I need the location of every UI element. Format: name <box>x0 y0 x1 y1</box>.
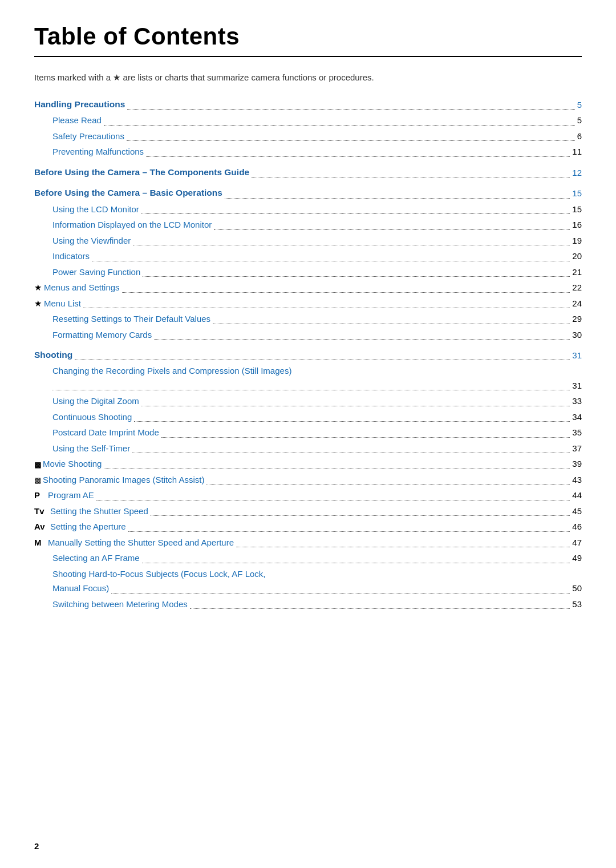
toc-entry-shutter-speed[interactable]: Tv Setting the Shutter Speed 45 <box>34 504 582 519</box>
toc-label: Using the Viewfinder <box>52 233 131 248</box>
toc-page: 47 <box>572 535 582 550</box>
toc-label: Power Saving Function <box>52 265 140 280</box>
toc-page: 20 <box>572 249 582 264</box>
toc-page: 21 <box>572 265 582 280</box>
toc-dots <box>141 213 570 214</box>
toc-entry-manual-shutter[interactable]: M Manually Setting the Shutter Speed and… <box>34 535 582 550</box>
toc-entry-recording-pixels[interactable]: Changing the Recording Pixels and Compre… <box>34 364 582 393</box>
toc-page: 43 <box>572 473 582 487</box>
toc-page: 45 <box>572 504 582 519</box>
toc-page: 50 <box>572 581 582 596</box>
toc-entry-program-ae[interactable]: P Program AE 44 <box>34 488 582 503</box>
toc-dots <box>141 406 570 406</box>
toc-entry-aperture[interactable]: Av Setting the Aperture 46 <box>34 519 582 534</box>
toc-dots <box>252 177 570 177</box>
title-section: Table of Contents <box>34 23 582 57</box>
toc-dots <box>92 261 570 261</box>
toc-page: 39 <box>572 457 582 471</box>
toc-page: 19 <box>572 233 582 248</box>
toc-label-cont: Manual Focus) <box>52 581 109 596</box>
p-mode-label: P <box>34 488 46 503</box>
stitch-icon: ▩ <box>34 474 41 487</box>
toc-entry-menus-settings[interactable]: ★ Menus and Settings 22 <box>34 280 582 295</box>
toc-dots <box>214 229 570 230</box>
toc-entry-panoramic[interactable]: ▩ Shooting Panoramic Images (Stitch Assi… <box>34 473 582 487</box>
toc-entry-menu-list[interactable]: ★ Menu List 24 <box>34 296 582 311</box>
page-number: 2 <box>34 841 39 851</box>
toc-entry-shooting[interactable]: Shooting 31 <box>34 348 582 362</box>
toc-section-components: Before Using the Camera – The Components… <box>34 165 582 180</box>
toc-dots <box>134 421 570 422</box>
toc-page: 15 <box>572 202 582 217</box>
toc-label: Before Using the Camera – The Components… <box>34 165 249 180</box>
toc-entry-formatting[interactable]: Formatting Memory Cards 30 <box>34 328 582 342</box>
toc-page: 37 <box>572 441 582 456</box>
toc-dots <box>206 484 570 485</box>
toc-page: 12 <box>572 165 582 180</box>
toc-section-handling: Handling Precautions 5 Please Read 5 Saf… <box>34 97 582 159</box>
toc-label: Shooting Hard-to-Focus Subjects (Focus L… <box>52 567 266 582</box>
toc-dots <box>127 140 575 141</box>
toc-dots <box>122 292 570 293</box>
toc-page: 5 <box>577 113 582 128</box>
toc-entry-af-frame[interactable]: Selecting an AF Frame 49 <box>34 551 582 566</box>
toc-page: 33 <box>572 394 582 409</box>
toc-dots <box>225 198 570 199</box>
toc-entry-viewfinder[interactable]: Using the Viewfinder 19 <box>34 233 582 248</box>
toc-entry-safety-precautions[interactable]: Safety Precautions 6 <box>34 129 582 144</box>
star-icon: ★ <box>34 280 42 295</box>
toc-page: 46 <box>572 519 582 534</box>
toc-label: Setting the Shutter Speed <box>50 504 148 519</box>
toc-entry-preventing-malfunctions[interactable]: Preventing Malfunctions 11 <box>34 144 582 159</box>
toc-dots <box>75 360 570 360</box>
toc-label: Safety Precautions <box>52 129 124 144</box>
toc-label: Information Displayed on the LCD Monitor <box>52 217 212 232</box>
toc-label: Using the LCD Monitor <box>52 202 139 217</box>
toc-page: 31 <box>572 348 582 363</box>
toc-dots <box>236 547 570 547</box>
toc-label: Shooting <box>34 348 72 362</box>
av-mode-label: Av <box>34 519 48 534</box>
toc-entry-handling-precautions[interactable]: Handling Precautions 5 <box>34 97 582 112</box>
toc-entry-postcard-date[interactable]: Postcard Date Imprint Mode 35 <box>34 425 582 440</box>
toc-entry-hard-to-focus[interactable]: Shooting Hard-to-Focus Subjects (Focus L… <box>34 567 582 596</box>
toc-dots <box>104 469 570 469</box>
toc-label: Continuous Shooting <box>52 410 132 425</box>
toc-entry-resetting[interactable]: Resetting Settings to Their Default Valu… <box>34 312 582 326</box>
toc-page: 44 <box>572 488 582 503</box>
toc-page: 34 <box>572 410 582 425</box>
toc-dots <box>128 531 570 532</box>
toc-dots <box>146 156 570 157</box>
toc-entry-please-read[interactable]: Please Read 5 <box>34 113 582 128</box>
toc-entry-indicators[interactable]: Indicators 20 <box>34 249 582 264</box>
toc-entry-basic-operations[interactable]: Before Using the Camera – Basic Operatio… <box>34 185 582 200</box>
toc-entry-metering-modes[interactable]: Switching between Metering Modes 53 <box>34 597 582 612</box>
toc-page: 24 <box>572 296 582 311</box>
toc-entry-info-lcd[interactable]: Information Displayed on the LCD Monitor… <box>34 217 582 232</box>
toc-entry-using-lcd[interactable]: Using the LCD Monitor 15 <box>34 202 582 217</box>
toc-label: Handling Precautions <box>34 97 125 112</box>
toc-dots <box>96 500 570 500</box>
toc-page: 5 <box>577 98 582 112</box>
toc-entry-self-timer[interactable]: Using the Self-Timer 37 <box>34 441 582 456</box>
toc-entry-movie-shooting[interactable]: ▩ Movie Shooting 39 <box>34 457 582 471</box>
toc-page: 53 <box>572 597 582 612</box>
intro-text: Items marked with a ★ are lists or chart… <box>34 71 582 84</box>
toc-dots <box>83 308 570 308</box>
toc-section-basic-ops: Before Using the Camera – Basic Operatio… <box>34 185 582 342</box>
toc-dots <box>104 125 575 126</box>
toc-label: Formatting Memory Cards <box>52 328 152 342</box>
tv-mode-label: Tv <box>34 504 48 519</box>
toc-entry-power-saving[interactable]: Power Saving Function 21 <box>34 265 582 280</box>
toc-entry-digital-zoom[interactable]: Using the Digital Zoom 33 <box>34 394 582 409</box>
toc-label: Preventing Malfunctions <box>52 144 144 159</box>
toc-entry-continuous-shooting[interactable]: Continuous Shooting 34 <box>34 410 582 425</box>
toc-page: 22 <box>572 280 582 295</box>
toc-page: 30 <box>572 328 582 342</box>
toc-label: Program AE <box>48 488 94 503</box>
toc-label: Using the Digital Zoom <box>52 394 139 409</box>
toc-dots <box>133 245 570 245</box>
toc-page: 35 <box>572 425 582 440</box>
toc-page: 29 <box>572 312 582 326</box>
toc-entry-components-guide[interactable]: Before Using the Camera – The Components… <box>34 165 582 180</box>
